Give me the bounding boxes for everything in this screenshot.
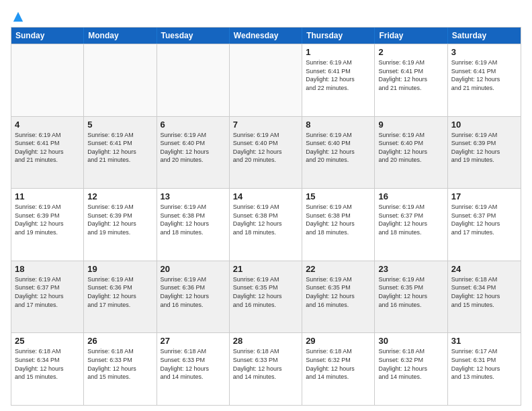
day-detail: Sunrise: 6:18 AM Sunset: 6:33 PM Dayligh… bbox=[161, 347, 226, 381]
calendar-header: SundayMondayTuesdayWednesdayThursdayFrid… bbox=[11, 28, 521, 44]
day-number: 20 bbox=[161, 264, 226, 274]
day-number: 1 bbox=[306, 47, 371, 57]
table-row: 20Sunrise: 6:19 AM Sunset: 6:36 PM Dayli… bbox=[157, 261, 230, 333]
day-detail: Sunrise: 6:19 AM Sunset: 6:37 PM Dayligh… bbox=[378, 203, 443, 236]
day-number: 25 bbox=[15, 336, 80, 346]
day-detail: Sunrise: 6:19 AM Sunset: 6:40 PM Dayligh… bbox=[161, 131, 226, 165]
day-number: 21 bbox=[233, 264, 298, 274]
day-number: 9 bbox=[378, 120, 443, 130]
day-number: 6 bbox=[161, 120, 226, 130]
table-row: 2Sunrise: 6:19 AM Sunset: 6:41 PM Daylig… bbox=[375, 44, 447, 116]
day-number: 22 bbox=[306, 264, 371, 274]
calendar-row: 25Sunrise: 6:18 AM Sunset: 6:34 PM Dayli… bbox=[11, 332, 521, 405]
svg-marker-0 bbox=[13, 12, 23, 21]
logo-icon bbox=[12, 11, 24, 23]
table-row bbox=[84, 44, 157, 116]
table-row: 9Sunrise: 6:19 AM Sunset: 6:40 PM Daylig… bbox=[375, 117, 447, 189]
day-detail: Sunrise: 6:17 AM Sunset: 6:31 PM Dayligh… bbox=[451, 347, 517, 381]
day-number: 14 bbox=[233, 191, 298, 201]
day-detail: Sunrise: 6:18 AM Sunset: 6:32 PM Dayligh… bbox=[378, 347, 443, 381]
header-day-thursday: Thursday bbox=[302, 28, 375, 44]
table-row: 3Sunrise: 6:19 AM Sunset: 6:41 PM Daylig… bbox=[448, 44, 521, 116]
day-number: 4 bbox=[15, 120, 80, 130]
day-detail: Sunrise: 6:19 AM Sunset: 6:35 PM Dayligh… bbox=[378, 275, 443, 309]
day-number: 10 bbox=[451, 120, 517, 130]
day-number: 11 bbox=[15, 191, 80, 201]
table-row bbox=[157, 44, 230, 116]
table-row: 25Sunrise: 6:18 AM Sunset: 6:34 PM Dayli… bbox=[11, 333, 84, 405]
day-detail: Sunrise: 6:19 AM Sunset: 6:41 PM Dayligh… bbox=[15, 131, 80, 165]
day-detail: Sunrise: 6:19 AM Sunset: 6:36 PM Dayligh… bbox=[161, 275, 226, 309]
header-day-monday: Monday bbox=[84, 28, 157, 44]
day-number: 16 bbox=[378, 191, 443, 201]
table-row: 23Sunrise: 6:19 AM Sunset: 6:35 PM Dayli… bbox=[375, 261, 447, 333]
day-number: 7 bbox=[233, 120, 298, 130]
day-detail: Sunrise: 6:19 AM Sunset: 6:39 PM Dayligh… bbox=[87, 203, 152, 236]
day-number: 30 bbox=[378, 336, 443, 346]
day-detail: Sunrise: 6:18 AM Sunset: 6:33 PM Dayligh… bbox=[87, 347, 152, 381]
table-row: 28Sunrise: 6:18 AM Sunset: 6:33 PM Dayli… bbox=[230, 333, 302, 405]
day-detail: Sunrise: 6:19 AM Sunset: 6:38 PM Dayligh… bbox=[306, 203, 371, 236]
day-detail: Sunrise: 6:19 AM Sunset: 6:35 PM Dayligh… bbox=[233, 275, 298, 309]
calendar-row: 11Sunrise: 6:19 AM Sunset: 6:39 PM Dayli… bbox=[11, 188, 521, 261]
day-detail: Sunrise: 6:19 AM Sunset: 6:39 PM Dayligh… bbox=[451, 131, 517, 165]
table-row: 5Sunrise: 6:19 AM Sunset: 6:41 PM Daylig… bbox=[84, 117, 157, 189]
table-row: 31Sunrise: 6:17 AM Sunset: 6:31 PM Dayli… bbox=[448, 333, 521, 405]
calendar: SundayMondayTuesdayWednesdayThursdayFrid… bbox=[11, 27, 521, 406]
day-detail: Sunrise: 6:19 AM Sunset: 6:41 PM Dayligh… bbox=[87, 131, 152, 165]
table-row: 12Sunrise: 6:19 AM Sunset: 6:39 PM Dayli… bbox=[84, 189, 157, 261]
day-detail: Sunrise: 6:19 AM Sunset: 6:36 PM Dayligh… bbox=[87, 275, 152, 309]
table-row: 22Sunrise: 6:19 AM Sunset: 6:35 PM Dayli… bbox=[302, 261, 375, 333]
day-detail: Sunrise: 6:19 AM Sunset: 6:40 PM Dayligh… bbox=[378, 131, 443, 165]
header-day-sunday: Sunday bbox=[11, 28, 84, 44]
day-number: 18 bbox=[15, 264, 80, 274]
day-number: 3 bbox=[451, 47, 517, 57]
header bbox=[11, 11, 521, 21]
day-detail: Sunrise: 6:19 AM Sunset: 6:41 PM Dayligh… bbox=[378, 58, 443, 92]
day-number: 27 bbox=[161, 336, 226, 346]
day-detail: Sunrise: 6:19 AM Sunset: 6:39 PM Dayligh… bbox=[15, 203, 80, 236]
day-number: 8 bbox=[306, 120, 371, 130]
calendar-body: 1Sunrise: 6:19 AM Sunset: 6:41 PM Daylig… bbox=[11, 44, 521, 405]
table-row: 19Sunrise: 6:19 AM Sunset: 6:36 PM Dayli… bbox=[84, 261, 157, 333]
table-row: 18Sunrise: 6:19 AM Sunset: 6:37 PM Dayli… bbox=[11, 261, 84, 333]
day-detail: Sunrise: 6:19 AM Sunset: 6:38 PM Dayligh… bbox=[233, 203, 298, 236]
day-number: 26 bbox=[87, 336, 152, 346]
header-day-friday: Friday bbox=[375, 28, 447, 44]
table-row: 15Sunrise: 6:19 AM Sunset: 6:38 PM Dayli… bbox=[302, 189, 375, 261]
day-detail: Sunrise: 6:19 AM Sunset: 6:41 PM Dayligh… bbox=[451, 58, 517, 92]
day-number: 31 bbox=[451, 336, 517, 346]
day-number: 5 bbox=[87, 120, 152, 130]
table-row: 27Sunrise: 6:18 AM Sunset: 6:33 PM Dayli… bbox=[157, 333, 230, 405]
day-number: 29 bbox=[306, 336, 371, 346]
day-number: 24 bbox=[451, 264, 517, 274]
day-number: 23 bbox=[378, 264, 443, 274]
table-row: 17Sunrise: 6:19 AM Sunset: 6:37 PM Dayli… bbox=[448, 189, 521, 261]
day-detail: Sunrise: 6:18 AM Sunset: 6:33 PM Dayligh… bbox=[233, 347, 298, 381]
table-row: 8Sunrise: 6:19 AM Sunset: 6:40 PM Daylig… bbox=[302, 117, 375, 189]
day-detail: Sunrise: 6:19 AM Sunset: 6:37 PM Dayligh… bbox=[451, 203, 517, 236]
day-number: 28 bbox=[233, 336, 298, 346]
page: SundayMondayTuesdayWednesdayThursdayFrid… bbox=[0, 0, 532, 411]
table-row: 11Sunrise: 6:19 AM Sunset: 6:39 PM Dayli… bbox=[11, 189, 84, 261]
day-number: 17 bbox=[451, 191, 517, 201]
table-row: 26Sunrise: 6:18 AM Sunset: 6:33 PM Dayli… bbox=[84, 333, 157, 405]
day-detail: Sunrise: 6:18 AM Sunset: 6:34 PM Dayligh… bbox=[451, 275, 517, 309]
table-row: 13Sunrise: 6:19 AM Sunset: 6:38 PM Dayli… bbox=[157, 189, 230, 261]
day-detail: Sunrise: 6:19 AM Sunset: 6:40 PM Dayligh… bbox=[233, 131, 298, 165]
day-number: 12 bbox=[87, 191, 152, 201]
calendar-row: 18Sunrise: 6:19 AM Sunset: 6:37 PM Dayli… bbox=[11, 261, 521, 333]
calendar-row: 4Sunrise: 6:19 AM Sunset: 6:41 PM Daylig… bbox=[11, 116, 521, 189]
logo bbox=[11, 11, 24, 21]
day-number: 19 bbox=[87, 264, 152, 274]
day-detail: Sunrise: 6:18 AM Sunset: 6:34 PM Dayligh… bbox=[15, 347, 80, 381]
table-row: 30Sunrise: 6:18 AM Sunset: 6:32 PM Dayli… bbox=[375, 333, 447, 405]
header-day-tuesday: Tuesday bbox=[157, 28, 230, 44]
day-detail: Sunrise: 6:19 AM Sunset: 6:40 PM Dayligh… bbox=[306, 131, 371, 165]
table-row bbox=[11, 44, 84, 116]
table-row: 29Sunrise: 6:18 AM Sunset: 6:32 PM Dayli… bbox=[302, 333, 375, 405]
table-row: 10Sunrise: 6:19 AM Sunset: 6:39 PM Dayli… bbox=[448, 117, 521, 189]
table-row: 7Sunrise: 6:19 AM Sunset: 6:40 PM Daylig… bbox=[230, 117, 302, 189]
header-day-wednesday: Wednesday bbox=[230, 28, 302, 44]
table-row: 14Sunrise: 6:19 AM Sunset: 6:38 PM Dayli… bbox=[230, 189, 302, 261]
